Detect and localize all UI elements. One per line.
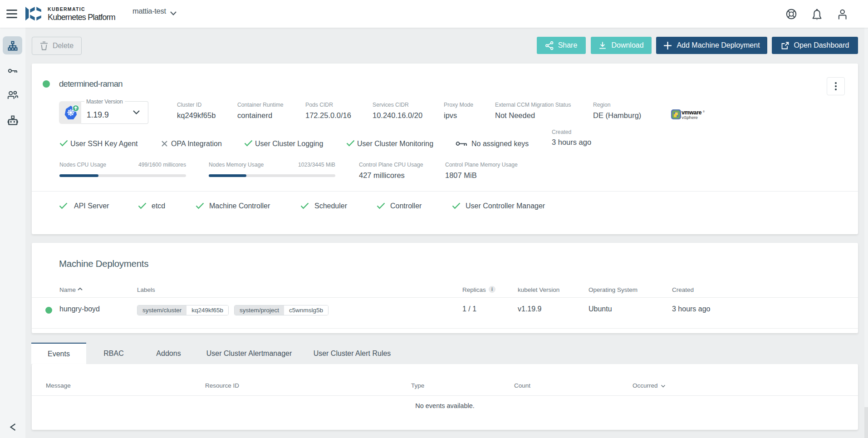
svg-text:vSphere: vSphere: [682, 115, 698, 120]
svg-text:®: ®: [703, 110, 705, 113]
